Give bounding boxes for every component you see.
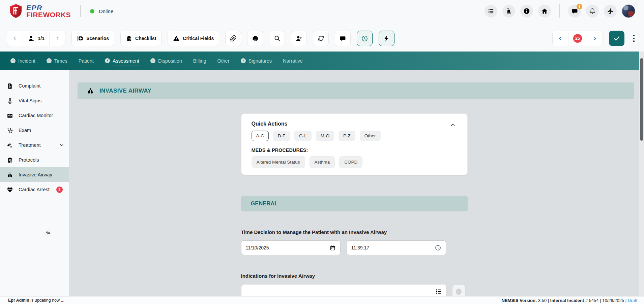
sidebar-item-protocols[interactable]: Protocols [0,153,69,167]
page-title: INVASIVE AIRWAY [99,88,151,94]
warning-badge-icon: ! [150,58,155,63]
tab-assessment[interactable]: ! Assessment [105,58,139,64]
comments-button[interactable] [335,31,351,46]
validation-pager: 25 [552,31,603,46]
patient-count[interactable]: 1/1 [23,31,49,46]
list-select-icon[interactable] [435,288,442,295]
sidebar-item-invasive-airway[interactable]: Invasive Airway [0,167,69,182]
sidebar-item-cardiac-arrest[interactable]: Cardiac Arrest 3 [0,182,69,197]
document-icon [7,83,13,89]
quick-actions-button[interactable] [379,31,394,46]
avatar[interactable] [622,4,635,18]
indications-input[interactable] [246,289,433,294]
lungs-icon [87,87,94,95]
add-person-button[interactable] [291,31,307,46]
siren-button[interactable] [502,5,515,18]
tab-times[interactable]: ! Times [47,58,67,64]
vertical-scrollbar[interactable] [639,52,644,296]
attachments-button[interactable] [225,31,241,46]
sidebar-collapse-button[interactable] [45,229,51,235]
assessment-sidebar: Complaint Vital Signs Cardiac Monitor Ex… [0,70,69,296]
scrollbar-thumb[interactable] [640,58,643,141]
sidebar-item-complaint[interactable]: Complaint [0,78,69,93]
validate-save-button[interactable] [609,31,624,46]
messages-button[interactable]: 1 [568,5,581,18]
next-patient-button[interactable] [49,31,65,46]
warning-badge-icon: ! [10,58,16,63]
clock-icon[interactable] [435,244,441,251]
filter-chip-other[interactable]: Other [360,131,381,141]
sidebar-item-cardiac-monitor[interactable]: Cardiac Monitor [0,108,69,123]
header-divider-2 [559,4,560,18]
decision-date-input[interactable] [246,245,327,250]
draft-link[interactable]: Draft [628,298,637,303]
meds-procedures-heading: MEDS & PROCEDURES: [252,147,457,153]
warning-triangle-icon [173,35,180,42]
tab-label: Patient [79,58,94,64]
tab-signatures[interactable]: ! Signatures [241,58,272,64]
status-bar: Epr Admin is updating now ... NEMSIS Ver… [0,296,644,304]
sync-button[interactable] [313,31,329,46]
previous-error-button[interactable] [553,31,568,46]
med-chip-copd[interactable]: COPD [339,156,362,168]
user-name: Epr Admin [8,298,29,303]
home-icon [541,8,548,14]
tab-label: Assessment [113,58,139,64]
warning-badge-icon: ! [105,58,110,63]
sidebar-item-label: Vital Signs [19,98,41,103]
time-tracking-button[interactable] [357,31,373,46]
home-button[interactable] [538,5,551,18]
transport-button[interactable] [604,5,617,18]
collapse-panel-button[interactable] [450,122,456,128]
info-button[interactable] [520,5,533,18]
stethoscope-icon [7,127,13,134]
scenarios-button[interactable]: Scenarios [71,31,114,46]
print-button[interactable] [247,31,263,46]
decision-date-field[interactable] [241,240,341,255]
logo-shield-icon [9,4,23,19]
tab-billing[interactable]: Billing [193,58,206,64]
checklist-button[interactable]: Checklist [120,31,162,46]
filter-chip-p-z[interactable]: P-Z [339,131,355,141]
filter-chip-a-c[interactable]: A-C [252,131,269,141]
sync-icon [318,35,324,42]
tab-patient[interactable]: Patient [79,58,94,64]
record-toolbar: 1/1 Scenarios Checklist Critical Fields … [0,22,644,52]
sidebar-item-exam[interactable]: Exam [0,123,69,138]
next-error-button[interactable] [587,31,603,46]
notifications-button[interactable] [586,5,599,18]
tab-narrative[interactable]: Narrative [283,58,303,64]
sidebar-item-label: Treatment [19,142,41,148]
sidebar-item-treatment[interactable]: Treatment [0,138,69,153]
indications-toggle-button[interactable] [452,285,466,296]
med-chip-asthma[interactable]: Asthma [310,156,335,168]
indications-field[interactable] [241,284,447,296]
tab-label: Incident [18,58,35,64]
online-dot-icon [90,9,94,13]
tab-disposition[interactable]: ! Disposition [150,58,182,64]
filter-chip-g-l[interactable]: G-L [294,131,312,141]
more-options-button[interactable] [631,31,637,46]
critical-fields-button[interactable]: Critical Fields [168,31,219,46]
tab-label: Disposition [158,58,182,64]
list-menu-button[interactable] [485,5,497,18]
info-icon [523,8,530,14]
decision-time-field[interactable] [347,240,446,255]
header-divider [80,5,81,17]
filter-chip-d-f[interactable]: D-F [273,131,290,141]
monitor-icon [7,112,13,119]
error-count[interactable]: 25 [568,31,587,46]
decision-time-input[interactable] [351,245,432,250]
previous-patient-button[interactable] [7,31,23,46]
logo-line1: EPR [26,4,71,11]
warning-badge-icon: ! [47,58,52,63]
checklist-icon [126,35,132,42]
sidebar-item-label: Cardiac Arrest [19,187,50,192]
filter-chip-m-o[interactable]: M-O [316,131,334,141]
med-chip-altered-mental-status[interactable]: Altered Mental Status [252,156,305,168]
calendar-icon[interactable] [329,245,336,251]
tab-other[interactable]: Other [217,58,229,64]
tab-incident[interactable]: ! Incident [10,58,35,64]
sidebar-item-vital-signs[interactable]: Vital Signs [0,93,69,108]
search-button[interactable] [269,31,285,46]
